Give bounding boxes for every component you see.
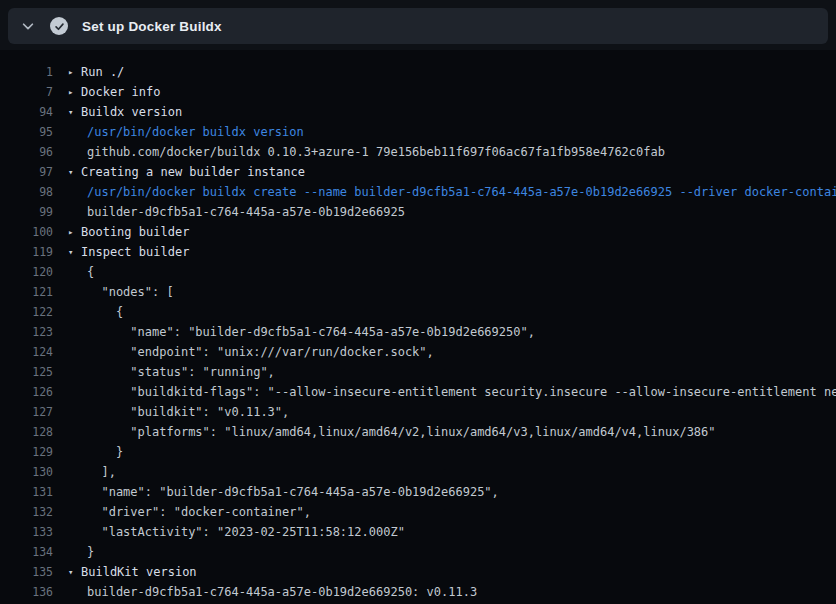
log-output-text: "driver": "docker-container", (53, 502, 311, 522)
log-output-text: { (53, 302, 123, 322)
line-number[interactable]: 130 (0, 462, 53, 482)
step-title: Set up Docker Buildx (82, 19, 222, 34)
log-line: 126 "buildkitd-flags": "--allow-insecure… (0, 382, 836, 402)
triangle-right-icon[interactable]: ▸ (68, 62, 81, 82)
line-number[interactable]: 121 (0, 282, 53, 302)
log-line: 1▸Run ./ (0, 62, 836, 82)
log-line: 96github.com/docker/buildx 0.10.3+azure-… (0, 142, 836, 162)
step-header-region: Set up Docker Buildx (0, 0, 836, 50)
log-line: 128 "platforms": "linux/amd64,linux/amd6… (0, 422, 836, 442)
log-output-text: "endpoint": "unix:///var/run/docker.sock… (53, 342, 434, 362)
line-number[interactable]: 127 (0, 402, 53, 422)
log-line: 99builder-d9cfb5a1-c764-445a-a57e-0b19d2… (0, 202, 836, 222)
log-group-title[interactable]: ▾Buildx version (53, 102, 182, 122)
log-output-text: } (53, 542, 94, 562)
log-group-title[interactable]: ▾BuildKit version (53, 562, 197, 582)
log-line: 124 "endpoint": "unix:///var/run/docker.… (0, 342, 836, 362)
log-output-text: builder-d9cfb5a1-c764-445a-a57e-0b19d2e6… (53, 202, 405, 222)
log-group-title[interactable]: ▸Run ./ (53, 62, 124, 82)
log-line: 129 } (0, 442, 836, 462)
log-line: 119▾Inspect builder (0, 242, 836, 262)
triangle-down-icon[interactable]: ▾ (68, 562, 81, 582)
line-number[interactable]: 7 (0, 82, 53, 102)
log-output-text: { (53, 262, 94, 282)
log-line: 134} (0, 542, 836, 562)
log-output-text: "buildkitd-flags": "--allow-insecure-ent… (53, 382, 836, 402)
log-line: 136builder-d9cfb5a1-c764-445a-a57e-0b19d… (0, 582, 836, 602)
log-line: 133 "lastActivity": "2023-02-25T11:58:12… (0, 522, 836, 542)
log-output-text: builder-d9cfb5a1-c764-445a-a57e-0b19d2e6… (53, 582, 477, 602)
log-output-text: "name": "builder-d9cfb5a1-c764-445a-a57e… (53, 322, 535, 342)
check-circle-icon (50, 17, 68, 35)
line-number[interactable]: 120 (0, 262, 53, 282)
line-number[interactable]: 97 (0, 162, 53, 182)
line-number[interactable]: 123 (0, 322, 53, 342)
line-number[interactable]: 98 (0, 182, 53, 202)
log-line: 132 "driver": "docker-container", (0, 502, 836, 522)
triangle-right-icon[interactable]: ▸ (68, 222, 81, 242)
log-line: 125 "status": "running", (0, 362, 836, 382)
log-line: 94▾Buildx version (0, 102, 836, 122)
log-line: 131 "name": "builder-d9cfb5a1-c764-445a-… (0, 482, 836, 502)
log-output-text: } (53, 442, 123, 462)
line-number[interactable]: 100 (0, 222, 53, 242)
log-output-text: "nodes": [ (53, 282, 174, 302)
triangle-down-icon[interactable]: ▾ (68, 162, 81, 182)
triangle-down-icon[interactable]: ▾ (68, 242, 81, 262)
line-number[interactable]: 122 (0, 302, 53, 322)
line-number[interactable]: 131 (0, 482, 53, 502)
line-number[interactable]: 132 (0, 502, 53, 522)
log-line: 98/usr/bin/docker buildx create --name b… (0, 182, 836, 202)
line-number[interactable]: 126 (0, 382, 53, 402)
log-line: 120{ (0, 262, 836, 282)
log-output-text: "status": "running", (53, 362, 275, 382)
line-number[interactable]: 94 (0, 102, 53, 122)
line-number[interactable]: 99 (0, 202, 53, 222)
line-number[interactable]: 125 (0, 362, 53, 382)
line-number[interactable]: 128 (0, 422, 53, 442)
log-lines: 1▸Run ./7▸Docker info94▾Buildx version95… (0, 50, 836, 602)
line-number[interactable]: 1 (0, 62, 53, 82)
log-command-text: /usr/bin/docker buildx create --name bui… (53, 182, 836, 202)
step-header[interactable]: Set up Docker Buildx (8, 8, 828, 44)
log-line: 130 ], (0, 462, 836, 482)
log-line: 127 "buildkit": "v0.11.3", (0, 402, 836, 422)
log-output-text: "platforms": "linux/amd64,linux/amd64/v2… (53, 422, 716, 442)
log-line: 97▾Creating a new builder instance (0, 162, 836, 182)
log-line: 100▸Booting builder (0, 222, 836, 242)
log-line: 123 "name": "builder-d9cfb5a1-c764-445a-… (0, 322, 836, 342)
log-group-title[interactable]: ▸Booting builder (53, 222, 189, 242)
log-line: 95/usr/bin/docker buildx version (0, 122, 836, 142)
line-number[interactable]: 129 (0, 442, 53, 462)
log-line: 7▸Docker info (0, 82, 836, 102)
line-number[interactable]: 124 (0, 342, 53, 362)
log-group-title[interactable]: ▾Inspect builder (53, 242, 189, 262)
line-number[interactable]: 136 (0, 582, 53, 602)
log-output-text: github.com/docker/buildx 0.10.3+azure-1 … (53, 142, 665, 162)
line-number[interactable]: 135 (0, 562, 53, 582)
log-line: 135▾BuildKit version (0, 562, 836, 582)
log-output-text: ], (53, 462, 116, 482)
line-number[interactable]: 133 (0, 522, 53, 542)
log-group-title[interactable]: ▸Docker info (53, 82, 160, 102)
log-output-text: "name": "builder-d9cfb5a1-c764-445a-a57e… (53, 482, 499, 502)
triangle-down-icon[interactable]: ▾ (68, 102, 81, 122)
log-group-title[interactable]: ▾Creating a new builder instance (53, 162, 305, 182)
log-output-text: "lastActivity": "2023-02-25T11:58:12.000… (53, 522, 405, 542)
log-command-text: /usr/bin/docker buildx version (53, 122, 304, 142)
log-output-text: "buildkit": "v0.11.3", (53, 402, 289, 422)
log-line: 121 "nodes": [ (0, 282, 836, 302)
chevron-down-icon[interactable] (20, 18, 36, 34)
line-number[interactable]: 134 (0, 542, 53, 562)
triangle-right-icon[interactable]: ▸ (68, 82, 81, 102)
line-number[interactable]: 119 (0, 242, 53, 262)
line-number[interactable]: 95 (0, 122, 53, 142)
line-number[interactable]: 96 (0, 142, 53, 162)
log-line: 122 { (0, 302, 836, 322)
